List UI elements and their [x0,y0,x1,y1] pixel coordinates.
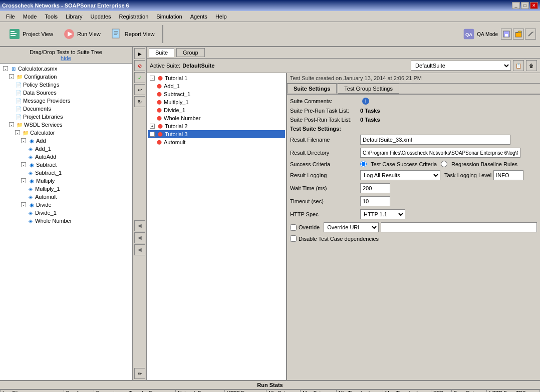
success-radio-baseline[interactable] [441,161,447,167]
service-icon: ◉ [28,161,35,168]
tree-item-documents[interactable]: 📄 Documents [1,105,131,113]
suite-tab[interactable]: Suite [149,48,174,57]
timeout-input[interactable] [360,196,390,206]
tree-item-multiply[interactable]: - ◉ Multiply [1,177,131,185]
override-combo[interactable]: Override URI [324,222,379,232]
main-area: Drag/Drop Tests to Suite Tree hide - ⊞ C… [0,47,540,380]
result-logging-select[interactable]: Log All Results [360,170,440,180]
tree-item-automult[interactable]: ◈ Automult [1,193,131,201]
expand-calc[interactable]: - [15,130,20,135]
tree-item-data-sources[interactable]: 📄 Data Sources [1,89,131,97]
action-btn-1[interactable]: ▶ [134,48,145,59]
tree-item-multiply1[interactable]: ◈ Multiply_1 [1,185,131,193]
post-run-row: Suite Post-Run Task List: 0 Tasks [290,117,537,123]
run-view-button[interactable]: Run View [59,24,105,44]
suite-tree-multiply1[interactable]: 🔴 Multiply_1 [148,98,285,106]
tree-item-project-libraries[interactable]: 📄 Project Libraries [1,113,131,121]
suite-new-button[interactable]: 📋 [513,60,524,71]
tree-item-wsdl-services[interactable]: - 📁 WSDL Services [1,121,131,129]
menu-registration[interactable]: Registration [115,13,153,21]
action-btn-2[interactable]: ⊘ [134,60,145,71]
suite-delete-button[interactable]: 🗑 [526,60,537,71]
http-spec-select[interactable]: HTTP 1.1 HTTP 1.0 [360,209,405,219]
toolbar-open-button[interactable] [513,29,524,40]
wait-time-input[interactable] [360,183,390,193]
success-radio-testcase[interactable] [360,161,367,167]
project-view-button[interactable]: Project View [4,24,58,44]
expand-divide[interactable]: - [21,202,26,207]
tree-item-calculator[interactable]: - 📁 Calculator [1,129,131,137]
expand-calculator[interactable]: - [3,66,8,71]
info-icon[interactable]: i [362,98,369,105]
run-stats-scroll[interactable]: Log Filename Duration Requests Transfer … [0,389,540,392]
expand-add[interactable]: - [21,138,26,143]
menu-agents[interactable]: Agents [186,13,211,21]
expand-tutorial2[interactable]: + [150,124,155,129]
action-btn-4[interactable]: ↩ [134,84,145,95]
suite-tree-tutorial1[interactable]: - 🔴 Tutorial 1 [148,74,285,82]
suite-tree-automult[interactable]: 🔴 Automult [148,138,285,146]
expand-subtract[interactable]: - [21,162,26,167]
report-view-button[interactable]: Report View [106,24,159,44]
col-tps: TPS [431,390,451,393]
menu-library[interactable]: Library [62,13,87,21]
suite-selector[interactable]: DefaultSuite [411,61,511,71]
suite-tree-tutorial3[interactable]: - 🔴 Tutorial 3 [148,130,285,138]
toolbar-save-button[interactable] [501,29,512,40]
expand-tutorial1[interactable]: - [150,76,155,81]
action-btn-6[interactable]: ◀ [134,220,145,231]
tree-item-add1[interactable]: ◈ Add_1 [1,145,131,153]
maximize-button[interactable]: □ [521,2,529,9]
wait-time-label: Wait Time (ms) [290,185,360,191]
expand-configuration[interactable]: - [9,74,14,79]
tree-item-subtract1[interactable]: ◈ Subtract_1 [1,169,131,177]
expand-tutorial3[interactable]: - [150,132,155,137]
suite-tree-subtract1[interactable]: 🔴 Subtract_1 [148,90,285,98]
pre-run-value: 0 Tasks [360,108,380,114]
menu-mode[interactable]: Mode [19,13,41,21]
action-btn-9[interactable]: ✏ [134,368,145,379]
group-tab[interactable]: Group [176,48,205,57]
run-view-icon [63,28,75,40]
tree-item-calculator-asmx[interactable]: - ⊞ Calculator.asmx [1,65,131,73]
menu-help[interactable]: Help [211,13,231,21]
override-checkbox[interactable] [290,224,297,231]
side-actions-panel: ▶ ⊘ ✓ ↩ ↻ ◀ ◀ ◀ ✏ [133,47,147,380]
suite-settings-tab[interactable]: Suite Settings [287,84,337,94]
tree-item-whole-number[interactable]: ◈ Whole Number [1,217,131,225]
tree-item-divide1[interactable]: ◈ Divide_1 [1,209,131,217]
tree-item-configuration[interactable]: - 📁 Configuration [1,73,131,81]
result-filename-input[interactable] [360,135,510,145]
close-button[interactable]: ✕ [530,2,538,9]
test-group-settings-tab[interactable]: Test Group Settings [338,84,399,94]
minimize-button[interactable]: _ [512,2,520,9]
override-uri-input[interactable] [381,222,537,232]
task-logging-input[interactable] [493,170,523,180]
disable-deps-checkbox[interactable] [290,235,297,242]
menu-file[interactable]: File [2,13,19,21]
suite-tree-add1[interactable]: 🔴 Add_1 [148,82,285,90]
menu-updates[interactable]: Updates [87,13,115,21]
tree-item-autoadd[interactable]: ◈ AutoAdd [1,153,131,161]
expand-wsdl[interactable]: - [9,122,14,127]
tree-item-add[interactable]: - ◉ Add [1,137,131,145]
action-btn-3[interactable]: ✓ [134,72,145,83]
expand-multiply[interactable]: - [21,178,26,183]
suite-tree-tutorial2[interactable]: + 🔴 Tutorial 2 [148,122,285,130]
result-directory-input[interactable] [360,148,520,158]
suite-tree-whole-number[interactable]: 🔴 Whole Number [148,114,285,122]
menu-simulation[interactable]: Simulation [152,13,186,21]
action-btn-8[interactable]: ◀ [134,244,145,255]
tree-item-policy-settings[interactable]: 📄 Policy Settings [1,81,131,89]
tree-item-message-providers[interactable]: 📄 Message Providers [1,97,131,105]
action-btn-7[interactable]: ◀ [134,232,145,243]
action-btn-5[interactable]: ↻ [134,96,145,107]
suite-icon: 🔴 [157,75,164,82]
col-network-errors: Network Errors [176,390,224,393]
tree-item-subtract[interactable]: - ◉ Subtract [1,161,131,169]
suite-tree-divide1[interactable]: 🔴 Divide_1 [148,106,285,114]
toolbar-edit-button[interactable] [525,29,536,40]
hide-label[interactable]: hide [61,55,71,61]
menu-tools[interactable]: Tools [41,13,62,21]
tree-item-divide[interactable]: - ◉ Divide [1,201,131,209]
